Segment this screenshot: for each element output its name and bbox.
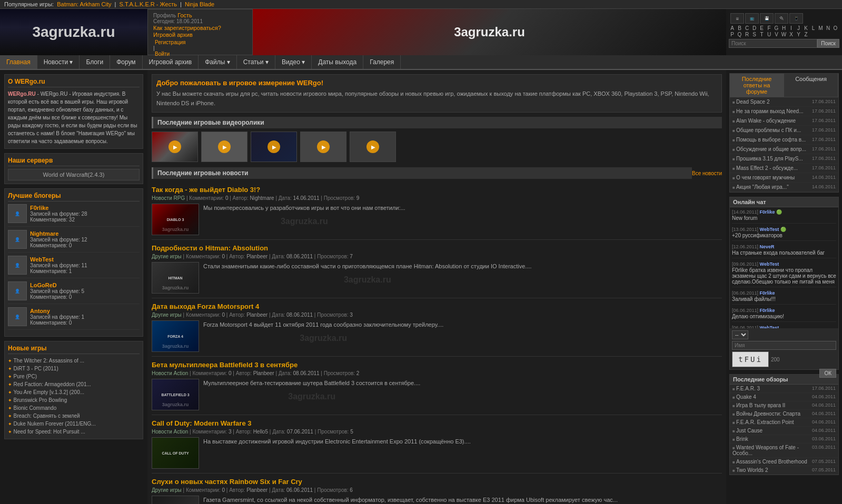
nav-item-игровой-архив[interactable]: Игровой архив: [143, 55, 199, 69]
alpha-letter-m[interactable]: M: [817, 25, 824, 31]
alpha-letter-c[interactable]: C: [744, 25, 750, 31]
play-btn-3[interactable]: [268, 140, 280, 153]
nav-item-статьи-[interactable]: Статьи ▾: [237, 55, 275, 69]
chat-name-input[interactable]: [732, 341, 836, 350]
nav-item-файлы-[interactable]: Файлы ▾: [199, 55, 236, 69]
alpha-letter-p[interactable]: P: [729, 32, 736, 37]
popular-game-2[interactable]: S.T.A.L.K.E.R - Жесть: [120, 1, 177, 7]
blogger-name[interactable]: WebTest: [30, 256, 87, 263]
review-title[interactable]: Brink: [732, 436, 748, 442]
nav-item-даты-выхода[interactable]: Даты выхода: [312, 55, 363, 69]
blogger-name[interactable]: Antony: [30, 308, 84, 314]
game-link[interactable]: Need for Speed: Hot Pursuit ...: [14, 429, 85, 435]
game-link[interactable]: Red Faction: Armageddon (201...: [14, 381, 91, 387]
alpha-letter-n[interactable]: N: [825, 25, 831, 31]
forum-item-text[interactable]: Обсуждение и общие вопр...: [732, 146, 810, 152]
alpha-letter-j[interactable]: J: [795, 25, 802, 31]
register-prompt[interactable]: Как зарегистрироваться?: [153, 25, 247, 31]
video-thumb-1[interactable]: [152, 132, 198, 162]
alpha-letter-z[interactable]: Z: [803, 32, 809, 37]
game-link[interactable]: DiRT 3 - PC (2011): [14, 366, 58, 371]
video-thumb-4[interactable]: [300, 132, 346, 162]
alpha-letter-y[interactable]: Y: [795, 32, 802, 37]
play-btn-5[interactable]: [366, 140, 379, 153]
alpha-letter-s[interactable]: S: [751, 32, 758, 37]
review-title[interactable]: F.E.A.R. 3: [732, 386, 760, 391]
alpha-letter-u[interactable]: U: [766, 32, 772, 37]
alpha-letter-g[interactable]: G: [773, 25, 780, 31]
popular-game-1[interactable]: Batman: Arkham City: [57, 1, 111, 7]
alpha-letter-o[interactable]: O: [832, 25, 839, 31]
game-link[interactable]: Duke Nukem Forever (2011/ENG...: [14, 421, 96, 427]
game-link[interactable]: The Witcher 2: Assassins of ...: [14, 358, 85, 364]
forum-item-text[interactable]: Помощь в выборе софта в...: [732, 137, 810, 143]
forum-item-text[interactable]: Не за горами выход Need...: [732, 108, 810, 114]
news-title-link[interactable]: Слухи о новых частях Rainbow Six и Far C…: [152, 478, 722, 486]
forum-item-text[interactable]: О чем говорят мужчины: [732, 175, 810, 180]
news-title-link[interactable]: Бета мультиплеера Battlefield 3 в сентяб…: [152, 361, 722, 369]
review-title[interactable]: Wanted Weapons of Fate - Особо...: [732, 445, 812, 456]
popular-game-3[interactable]: Ninja Blade: [185, 1, 214, 7]
review-title[interactable]: Two Worlds 2: [732, 467, 768, 473]
game-link[interactable]: You Are Empty [v.1.3.2] (200...: [14, 389, 85, 395]
blogger-name[interactable]: Nightmare: [30, 230, 87, 237]
all-news-link[interactable]: Все новости: [692, 170, 722, 176]
alpha-letter-l[interactable]: L: [810, 25, 817, 31]
review-title[interactable]: Just Cause: [732, 428, 762, 434]
news-title-link[interactable]: Дата выхода Forza Motorsport 4: [152, 303, 722, 310]
nav-item-форум[interactable]: Форум: [110, 55, 142, 69]
register-link[interactable]: Регистрация: [155, 39, 245, 45]
nav-item-главная[interactable]: Главная: [0, 55, 37, 69]
blogger-name[interactable]: LoGoReD: [30, 282, 84, 288]
video-thumb-5[interactable]: [350, 132, 396, 162]
review-title[interactable]: Assassin's Creed Brotherhood: [732, 459, 807, 465]
forum-item-text[interactable]: Alan Wake - обсуждение: [732, 118, 810, 124]
alpha-letter-i[interactable]: I: [788, 25, 795, 31]
nav-item-галерея[interactable]: Галерея: [363, 55, 401, 69]
game-link[interactable]: Pure (PC): [14, 374, 37, 379]
alpha-letter-b[interactable]: B: [736, 25, 743, 31]
alpha-letter-e[interactable]: E: [758, 25, 765, 31]
alpha-letter-h[interactable]: H: [780, 25, 787, 31]
news-title-link[interactable]: Call of Duty: Modern Warfare 3: [152, 419, 722, 427]
review-title[interactable]: Quake 4: [732, 394, 756, 400]
search-button[interactable]: Поиск: [817, 39, 839, 48]
forum-tab-messages[interactable]: Сообщения: [784, 74, 838, 97]
blogger-name[interactable]: F0rlike: [30, 205, 87, 211]
alpha-letter-d[interactable]: D: [751, 25, 758, 31]
forum-item-text[interactable]: Акция "Любая игра...": [732, 184, 810, 190]
game-link[interactable]: Breach: Сравнять с землей: [14, 413, 80, 419]
game-link[interactable]: Brunswick Pro Bowling: [14, 397, 67, 403]
alpha-letter-k[interactable]: K: [803, 25, 809, 31]
alpha-letter-r[interactable]: R: [744, 32, 750, 37]
game-archive[interactable]: Игровой архив: [153, 32, 247, 38]
video-thumb-2[interactable]: [201, 132, 247, 162]
alpha-letter-x[interactable]: X: [788, 32, 795, 37]
video-thumb-3[interactable]: [251, 132, 297, 162]
alpha-letter-a[interactable]: A: [729, 25, 736, 31]
alpha-letter-q[interactable]: Q: [736, 32, 743, 37]
search-input[interactable]: [729, 39, 817, 48]
alpha-letter-v[interactable]: V: [773, 32, 780, 37]
alpha-letter-t[interactable]: T: [758, 32, 765, 37]
nav-item-новости-[interactable]: Новости ▾: [37, 55, 80, 69]
review-title[interactable]: Войны Древности: Спарта: [732, 411, 800, 417]
forum-tab-replies[interactable]: Последние ответы на форуме: [730, 74, 784, 97]
play-btn-4[interactable]: [317, 140, 330, 153]
forum-item-text[interactable]: Прошивка 3.15 для PlayS...: [732, 156, 810, 162]
nav-item-блоги[interactable]: Блоги: [80, 55, 110, 69]
review-title[interactable]: Игра В тылу врага II: [732, 402, 785, 408]
review-title[interactable]: F.E.A.R. Extraction Point: [732, 419, 794, 425]
alpha-letter-w[interactable]: W: [780, 32, 787, 37]
news-title-link[interactable]: Подробности о Hitman: Absolution: [152, 244, 722, 252]
profile-guest[interactable]: Гость: [177, 12, 192, 18]
play-btn-1[interactable]: [169, 140, 181, 153]
forum-item-text[interactable]: Dead Space 2: [732, 99, 810, 105]
forum-item-text[interactable]: Общие проблемы с ПК и...: [732, 127, 810, 133]
chat-select[interactable]: --: [732, 330, 748, 339]
nav-item-видео-[interactable]: Видео ▾: [275, 55, 312, 69]
forum-item-text[interactable]: Mass Effect 2 - обсужде...: [732, 165, 810, 171]
chat-submit-btn[interactable]: ОК: [819, 369, 836, 378]
play-btn-2[interactable]: [218, 140, 231, 153]
alpha-letter-f[interactable]: F: [766, 25, 772, 31]
